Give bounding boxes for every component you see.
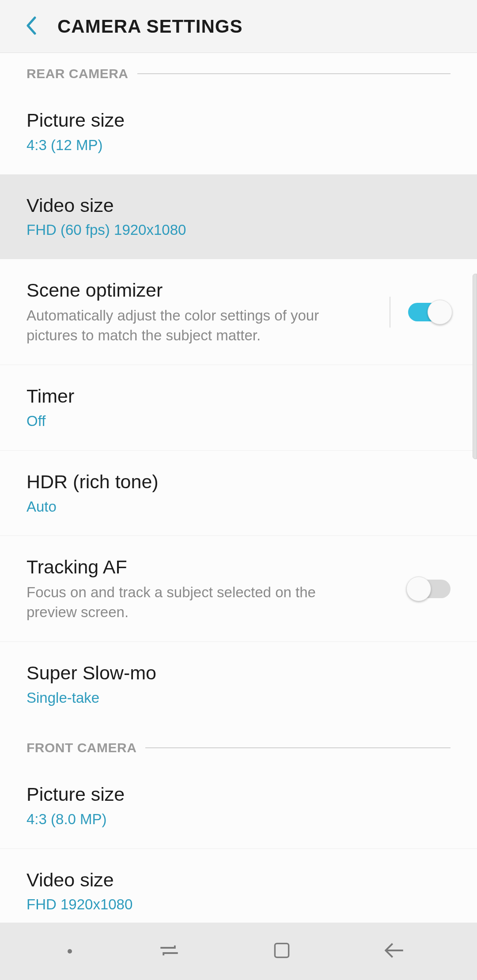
setting-value: Off bbox=[26, 412, 450, 431]
setting-title: Super Slow-mo bbox=[26, 661, 450, 685]
setting-title: Scene optimizer bbox=[26, 279, 376, 302]
home-icon bbox=[270, 939, 293, 964]
setting-tracking-af[interactable]: Tracking AF Focus on and track a subject… bbox=[0, 536, 477, 642]
recents-icon bbox=[156, 937, 182, 965]
nav-home-button[interactable] bbox=[266, 936, 297, 967]
setting-title: HDR (rich tone) bbox=[26, 470, 450, 494]
app-bar: CAMERA SETTINGS bbox=[0, 0, 477, 53]
nav-indicator-dot bbox=[68, 949, 72, 954]
setting-value: 4:3 (8.0 MP) bbox=[26, 810, 450, 829]
setting-scene-optimizer[interactable]: Scene optimizer Automatically adjust the… bbox=[0, 259, 477, 365]
setting-title: Picture size bbox=[26, 783, 450, 807]
chevron-left-icon bbox=[25, 16, 37, 37]
setting-description: Focus on and track a subject selected on… bbox=[26, 583, 344, 622]
setting-hdr[interactable]: HDR (rich tone) Auto bbox=[0, 451, 477, 536]
setting-title: Tracking AF bbox=[26, 555, 395, 579]
setting-rear-video-size[interactable]: Video size FHD (60 fps) 1920x1080 bbox=[0, 174, 477, 260]
nav-recents-button[interactable] bbox=[154, 936, 185, 967]
setting-value: 4:3 (12 MP) bbox=[26, 136, 450, 155]
section-header-rear-camera: REAR CAMERA bbox=[0, 53, 477, 89]
setting-title: Picture size bbox=[26, 109, 450, 132]
setting-rear-picture-size[interactable]: Picture size 4:3 (12 MP) bbox=[0, 89, 477, 174]
setting-value: FHD (60 fps) 1920x1080 bbox=[26, 221, 450, 240]
scrollbar-thumb[interactable] bbox=[473, 274, 477, 459]
tracking-af-toggle[interactable] bbox=[408, 577, 450, 601]
setting-title: Video size bbox=[26, 194, 450, 218]
section-label: REAR CAMERA bbox=[26, 66, 129, 81]
scene-optimizer-toggle[interactable] bbox=[408, 300, 450, 324]
back-arrow-icon bbox=[381, 937, 408, 965]
setting-title: Timer bbox=[26, 384, 450, 408]
setting-description: Automatically adjust the color settings … bbox=[26, 306, 344, 345]
system-nav-bar bbox=[0, 923, 477, 980]
setting-title: Video size bbox=[26, 868, 450, 892]
setting-front-picture-size[interactable]: Picture size 4:3 (8.0 MP) bbox=[0, 763, 477, 849]
settings-list[interactable]: REAR CAMERA Picture size 4:3 (12 MP) Vid… bbox=[0, 53, 477, 923]
setting-value: Auto bbox=[26, 498, 450, 516]
setting-value: FHD 1920x1080 bbox=[26, 895, 450, 914]
back-button[interactable] bbox=[18, 13, 44, 40]
section-header-front-camera: FRONT CAMERA bbox=[0, 727, 477, 763]
setting-front-video-size[interactable]: Video size FHD 1920x1080 bbox=[0, 849, 477, 923]
setting-timer[interactable]: Timer Off bbox=[0, 365, 477, 451]
section-label: FRONT CAMERA bbox=[26, 740, 136, 755]
page-title: CAMERA SETTINGS bbox=[57, 16, 242, 37]
nav-back-button[interactable] bbox=[379, 936, 410, 967]
svg-rect-0 bbox=[275, 943, 288, 957]
setting-super-slowmo[interactable]: Super Slow-mo Single-take bbox=[0, 642, 477, 727]
setting-value: Single-take bbox=[26, 689, 450, 708]
